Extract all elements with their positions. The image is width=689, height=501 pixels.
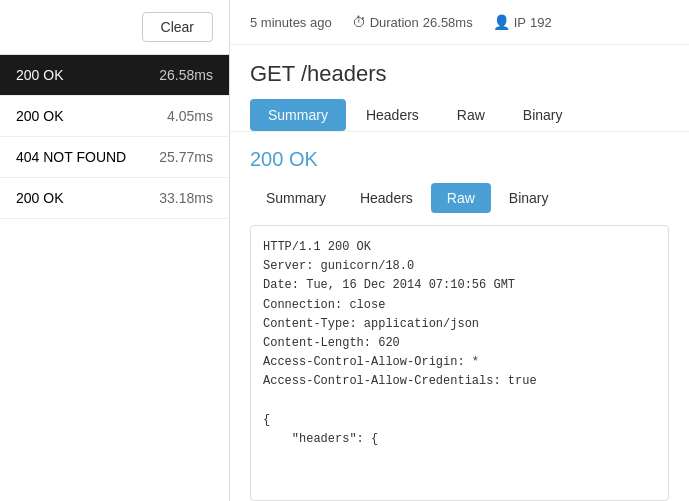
response-tab-raw[interactable]: Raw [431,183,491,213]
request-tabs: Summary Headers Raw Binary [250,99,669,131]
response-tab-summary[interactable]: Summary [250,183,342,213]
list-item[interactable]: 200 OK 33.18ms [0,178,229,219]
tab-binary[interactable]: Binary [505,99,581,131]
sidebar-header: Clear [0,0,229,55]
ip-label: IP [514,15,526,30]
duration-label: 26.58ms [159,67,213,83]
status-label: 404 NOT FOUND [16,149,126,165]
top-bar: 5 minutes ago ⏱ Duration 26.58ms 👤 IP 19… [230,0,689,45]
raw-content: HTTP/1.1 200 OK Server: gunicorn/18.0 Da… [250,225,669,501]
response-tab-binary[interactable]: Binary [493,183,565,213]
response-title: 200 OK [250,148,669,171]
tab-raw[interactable]: Raw [439,99,503,131]
clear-button[interactable]: Clear [142,12,213,42]
timestamp: 5 minutes ago [250,15,332,30]
list-item[interactable]: 404 NOT FOUND 25.77ms [0,137,229,178]
sidebar: Clear 200 OK 26.58ms 200 OK 4.05ms 404 N… [0,0,230,501]
ip-value: 192 [530,15,552,30]
clock-icon: ⏱ [352,14,366,30]
duration-label: 4.05ms [167,108,213,124]
duration-label: Duration [370,15,419,30]
request-title: GET /headers [250,61,669,87]
request-section: GET /headers Summary Headers Raw Binary [230,45,689,132]
tab-headers[interactable]: Headers [348,99,437,131]
duration-label: 33.18ms [159,190,213,206]
status-label: 200 OK [16,67,63,83]
response-tab-headers[interactable]: Headers [344,183,429,213]
main-content: 5 minutes ago ⏱ Duration 26.58ms 👤 IP 19… [230,0,689,501]
list-item[interactable]: 200 OK 4.05ms [0,96,229,137]
ip-info: 👤 IP 192 [493,14,552,30]
request-list: 200 OK 26.58ms 200 OK 4.05ms 404 NOT FOU… [0,55,229,501]
duration-info: ⏱ Duration 26.58ms [352,14,473,30]
status-label: 200 OK [16,108,63,124]
response-tabs: Summary Headers Raw Binary [250,183,669,213]
person-icon: 👤 [493,14,510,30]
status-label: 200 OK [16,190,63,206]
tab-summary[interactable]: Summary [250,99,346,131]
response-section: 200 OK Summary Headers Raw Binary HTTP/1… [230,132,689,501]
duration-label: 25.77ms [159,149,213,165]
duration-value: 26.58ms [423,15,473,30]
list-item[interactable]: 200 OK 26.58ms [0,55,229,96]
